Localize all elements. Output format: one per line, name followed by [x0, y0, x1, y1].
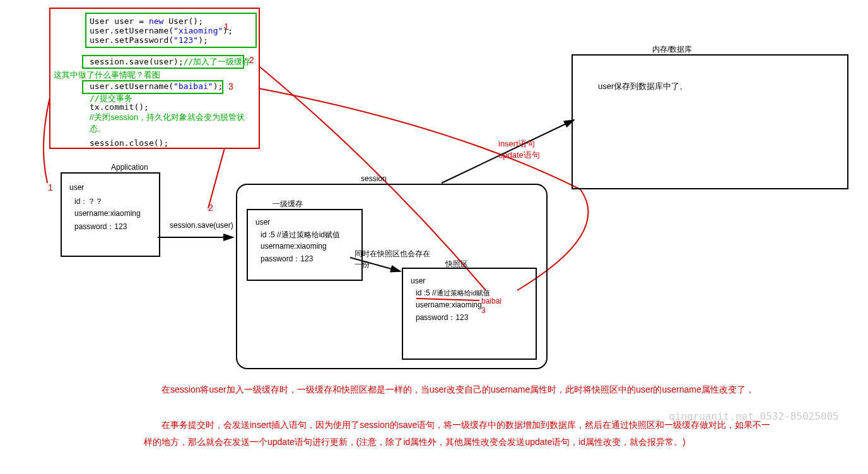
app-user: user — [69, 183, 84, 192]
cache-box: user id :5 //通过策略给id赋值 username:xiaoming… — [247, 209, 363, 281]
code-line-6: tx.commit(); — [90, 102, 149, 112]
application-box: user id：？？ username:xiaoming password：12… — [61, 172, 160, 257]
cache-user: user — [255, 218, 270, 227]
num-1: 1 — [48, 182, 53, 193]
code-line-5: user.setUsername("baibai"); — [90, 81, 223, 91]
num-3: 3 — [481, 306, 486, 315]
cache-password: password：123 — [261, 254, 313, 264]
code-line-2: user.setUsername("xiaoming"); — [90, 26, 233, 35]
code-mark-3: 3 — [228, 81, 233, 92]
code-comment-2: //关闭session，持久化对象就会变为脱管状态。 — [90, 112, 252, 134]
snap-username: username:xiaoming — [416, 300, 482, 309]
code-block: User user = new User(); user.setUsername… — [49, 8, 260, 149]
snap-user: user — [411, 276, 425, 285]
code-mark-2: 2 — [249, 55, 254, 65]
app-password: password：123 — [74, 222, 127, 232]
snapshot-box: user id :5 //通过策略给id赋值 username:xiaoming… — [402, 268, 537, 360]
session-box: 一级缓存 user id :5 //通过策略给id赋值 username:xia… — [236, 184, 548, 369]
cache-title: 一级缓存 — [273, 199, 303, 210]
db-content: user保存到数据库中了。 — [598, 81, 688, 92]
baibai-label: baibai — [481, 297, 501, 305]
code-line-3: user.setPassword("123"); — [90, 35, 208, 45]
snap-id: id :5 //通过策略给id赋值 — [416, 288, 490, 298]
mid-note: 同时在快照区也会存在一份 — [355, 249, 430, 270]
app-id: id：？？ — [74, 196, 103, 207]
db-title: 内存/数据库 — [652, 44, 692, 55]
code-note: 这其中做了什么事情呢？看图 — [54, 69, 160, 81]
session-title: session — [361, 174, 387, 183]
code-line-1: User user = new User(); — [90, 16, 203, 26]
application-title: Application — [111, 163, 148, 172]
snap-password: password：123 — [416, 312, 468, 323]
cache-id: id :5 //通过策略给id赋值 — [261, 230, 340, 240]
arrow-label-save: session.save(user) — [170, 221, 233, 230]
db-update: update语句 — [498, 150, 540, 161]
watermark: qingruanit.net 0532-85025005 — [669, 410, 839, 422]
cache-username: username:xiaoming — [261, 242, 327, 251]
db-insert: insert语句 — [498, 138, 535, 150]
db-box: user保存到数据库中了。 — [572, 54, 848, 189]
code-line-4: session.save(user);//加入了一级缓存 — [90, 56, 250, 68]
code-line-7: session.close(); — [90, 138, 168, 148]
paragraph-1: 在session将user加入一级缓存时，一级缓存和快照区都是一样的，当user… — [144, 381, 775, 398]
app-username: username:xiaoming — [74, 209, 141, 218]
num-2: 2 — [208, 203, 213, 213]
code-mark-1: 1 — [224, 21, 229, 32]
